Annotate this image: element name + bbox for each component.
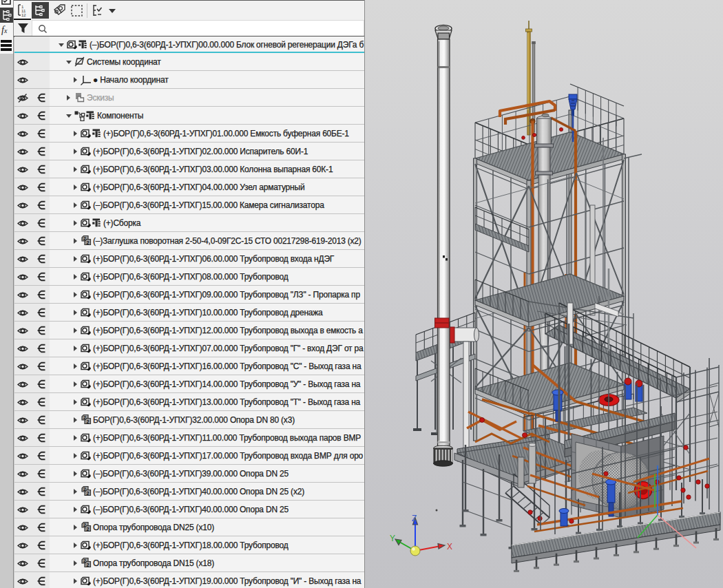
svg-text:12: 12 (21, 13, 26, 17)
svg-text:2: 2 (87, 491, 90, 496)
svg-text:X: X (447, 542, 452, 552)
svg-text:2: 2 (87, 419, 90, 424)
svg-text:2: 2 (87, 240, 90, 245)
svg-text:2: 2 (87, 527, 90, 532)
svg-text:Z: Z (412, 514, 417, 523)
svg-text:Y: Y (390, 534, 395, 543)
svg-text:2: 2 (87, 563, 90, 567)
